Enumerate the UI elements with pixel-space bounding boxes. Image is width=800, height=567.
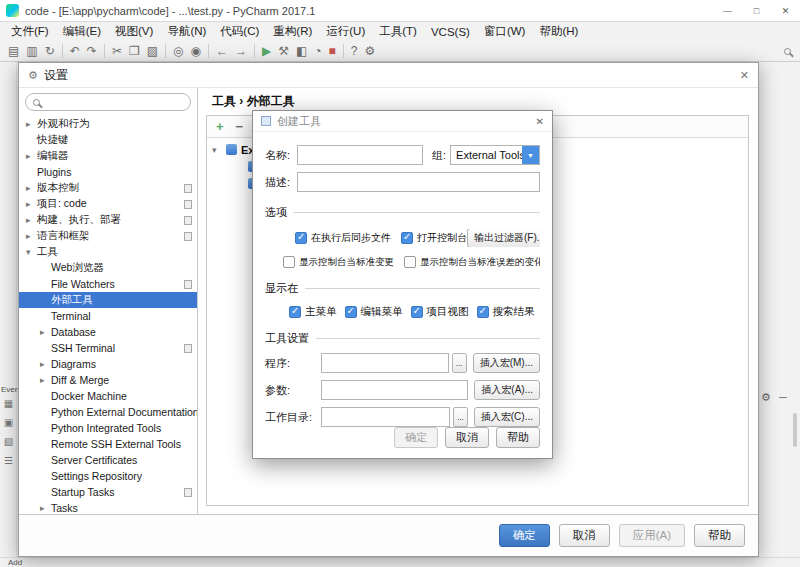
insert-macro-m-button[interactable]: 插入宏(M)... bbox=[473, 353, 540, 373]
redo-icon[interactable]: ↷ bbox=[87, 45, 97, 57]
output-filters-button[interactable]: 输出过滤器(F)... bbox=[467, 229, 540, 247]
settings-tree-item[interactable]: SSH Terminal bbox=[19, 340, 197, 356]
scrollbar[interactable] bbox=[793, 413, 797, 447]
minimize-icon[interactable]: — bbox=[713, 0, 742, 21]
ok-button[interactable]: 确定 bbox=[394, 427, 438, 448]
tool-stripe-icon-4[interactable]: ☰ bbox=[4, 456, 13, 466]
settings-tree-item[interactable]: 语言和框架 bbox=[19, 228, 197, 244]
search-everywhere-icon[interactable] bbox=[784, 48, 791, 55]
show-in-checkbox[interactable]: 搜索结果 bbox=[477, 305, 535, 318]
stop-icon[interactable]: ■ bbox=[329, 45, 336, 57]
menu-item[interactable]: 运行(U) bbox=[319, 24, 372, 39]
option-checkbox[interactable]: 打开控制台 bbox=[401, 231, 467, 245]
settings-tree-item[interactable]: Diagrams bbox=[19, 356, 197, 372]
menu-item[interactable]: 窗口(W) bbox=[477, 24, 533, 39]
cancel-button[interactable]: 取消 bbox=[559, 524, 610, 547]
insert-macro-a-button[interactable]: 插入宏(A)... bbox=[474, 380, 540, 400]
menu-item[interactable]: 帮助(H) bbox=[532, 24, 585, 39]
profiler-icon[interactable]: ◔ bbox=[314, 45, 321, 57]
settings-icon[interactable]: ⚙ bbox=[365, 45, 376, 57]
create-close-icon[interactable]: ✕ bbox=[536, 116, 544, 127]
workdir-browse-button[interactable]: ... bbox=[453, 407, 468, 427]
option-checkbox[interactable]: 在执行后同步文件 bbox=[295, 231, 391, 245]
tool-stripe-icon-3[interactable]: ▧ bbox=[4, 437, 13, 447]
tool-window-hide-icon[interactable]: ─ bbox=[779, 391, 787, 403]
workdir-input[interactable] bbox=[321, 407, 450, 427]
copy-icon[interactable]: ❐ bbox=[129, 45, 140, 57]
settings-tree-item[interactable]: 项目: code bbox=[19, 196, 197, 212]
parameters-input[interactable] bbox=[321, 380, 468, 400]
chevron-down-icon[interactable]: ▼ bbox=[522, 146, 539, 164]
menu-item[interactable]: VCS(S) bbox=[424, 26, 477, 38]
settings-tree-item[interactable]: 外观和行为 bbox=[19, 116, 197, 132]
cut-icon[interactable]: ✂ bbox=[112, 45, 122, 57]
menu-item[interactable]: 编辑(E) bbox=[56, 24, 108, 39]
paste-icon[interactable]: ▨ bbox=[147, 45, 158, 57]
replace-icon[interactable]: ◉ bbox=[191, 45, 201, 57]
menu-item[interactable]: 文件(F) bbox=[4, 24, 56, 39]
event-log-label[interactable]: Even bbox=[1, 385, 19, 394]
settings-tree-item[interactable]: 快捷键 bbox=[19, 132, 197, 148]
debug-icon[interactable]: ⚒ bbox=[278, 45, 289, 57]
settings-tree-item[interactable]: Settings Repository bbox=[19, 468, 197, 484]
undo-icon[interactable]: ↶ bbox=[70, 45, 80, 57]
group-select[interactable]: External Tools ▼ bbox=[450, 145, 540, 165]
save-all-icon[interactable]: ▥ bbox=[26, 45, 37, 57]
add-icon[interactable]: + bbox=[216, 120, 224, 133]
option-checkbox[interactable]: 显示控制台当标准误差的变化 bbox=[404, 256, 540, 268]
help-button[interactable]: 帮助 bbox=[496, 427, 540, 448]
sync-icon[interactable]: ↻ bbox=[45, 45, 55, 57]
show-in-checkbox[interactable]: 项目视图 bbox=[411, 305, 469, 318]
back-icon[interactable]: ← bbox=[216, 45, 228, 57]
settings-tree-item[interactable]: Terminal bbox=[19, 308, 197, 324]
name-input[interactable] bbox=[297, 145, 423, 165]
settings-tree-item[interactable]: Web浏览器 bbox=[19, 260, 197, 276]
settings-tree-item[interactable]: 版本控制 bbox=[19, 180, 197, 196]
settings-tree-item[interactable]: Python External Documentation bbox=[19, 404, 197, 420]
menu-item[interactable]: 视图(V) bbox=[108, 24, 160, 39]
menu-item[interactable]: 重构(R) bbox=[266, 24, 319, 39]
settings-tree-item[interactable]: 工具 bbox=[19, 244, 197, 260]
menu-item[interactable]: 代码(C) bbox=[213, 24, 266, 39]
help-icon[interactable]: ? bbox=[351, 45, 358, 57]
insert-macro-c-button[interactable]: 插入宏(C)... bbox=[474, 407, 540, 427]
settings-tree-item[interactable]: Remote SSH External Tools bbox=[19, 436, 197, 452]
show-in-checkbox[interactable]: 编辑菜单 bbox=[345, 305, 403, 318]
settings-tree-item[interactable]: Tasks bbox=[19, 500, 197, 514]
ok-button[interactable]: 确定 bbox=[499, 524, 550, 547]
program-input[interactable] bbox=[321, 353, 449, 373]
settings-tree-item[interactable]: Docker Machine bbox=[19, 388, 197, 404]
description-input[interactable] bbox=[297, 172, 540, 192]
cancel-button[interactable]: 取消 bbox=[445, 427, 489, 448]
remove-icon[interactable]: − bbox=[236, 120, 244, 133]
open-icon[interactable]: ▤ bbox=[8, 45, 19, 57]
show-in-checkbox[interactable]: 主菜单 bbox=[289, 305, 337, 318]
settings-tree-item[interactable]: 外部工具 bbox=[19, 292, 197, 308]
settings-tree-item[interactable]: 构建、执行、部署 bbox=[19, 212, 197, 228]
settings-tree-item[interactable]: Python Integrated Tools bbox=[19, 420, 197, 436]
option-checkbox[interactable]: 显示控制台当标准变更 bbox=[283, 256, 394, 268]
apply-button[interactable]: 应用(A) bbox=[619, 524, 685, 547]
menu-item[interactable]: 导航(N) bbox=[160, 24, 213, 39]
help-button[interactable]: 帮助 bbox=[694, 524, 745, 547]
settings-tree-item[interactable]: 编辑器 bbox=[19, 148, 197, 164]
close-icon[interactable]: ✕ bbox=[771, 0, 800, 21]
settings-close-icon[interactable]: ✕ bbox=[740, 69, 749, 82]
settings-tree-item[interactable]: Database bbox=[19, 324, 197, 340]
coverage-icon[interactable]: ◧ bbox=[296, 45, 307, 57]
tool-stripe-icon-1[interactable]: ▦ bbox=[4, 399, 13, 409]
tool-stripe-icon-2[interactable]: ▣ bbox=[4, 418, 13, 428]
tool-window-gear-icon[interactable]: ⚙ bbox=[761, 391, 771, 404]
menu-item[interactable]: 工具(T) bbox=[372, 24, 424, 39]
find-icon[interactable]: ◎ bbox=[173, 45, 183, 57]
settings-tree-item[interactable]: Server Certificates bbox=[19, 452, 197, 468]
settings-tree-item[interactable]: File Watchers bbox=[19, 276, 197, 292]
run-icon[interactable]: ▶ bbox=[262, 45, 271, 57]
settings-tree-item[interactable]: Diff & Merge bbox=[19, 372, 197, 388]
maximize-icon[interactable]: □ bbox=[742, 0, 771, 21]
settings-tree-item[interactable]: Startup Tasks bbox=[19, 484, 197, 500]
forward-icon[interactable]: → bbox=[235, 45, 247, 57]
program-browse-button[interactable]: ... bbox=[452, 353, 467, 373]
settings-search-input[interactable] bbox=[25, 93, 191, 111]
settings-tree-item[interactable]: Plugins bbox=[19, 164, 197, 180]
